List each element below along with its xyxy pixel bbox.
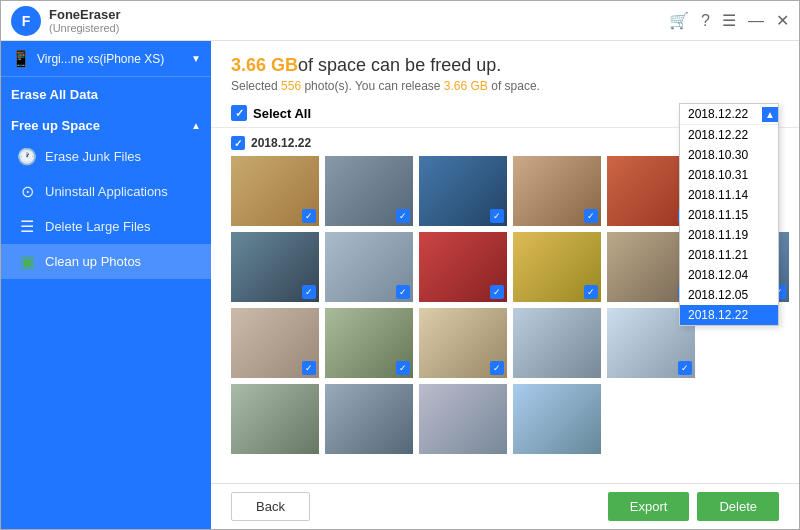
action-buttons: Export Delete: [608, 492, 779, 521]
file-icon: ☰: [17, 217, 37, 236]
minimize-icon[interactable]: —: [748, 12, 764, 30]
window-controls: 🛒 ? ☰ — ✕: [669, 11, 789, 30]
app-logo: F: [11, 6, 41, 36]
photo-thumb-2[interactable]: ✓: [325, 156, 413, 226]
sidebar-item-clean-photos[interactable]: ▣ Clean up Photos: [1, 244, 211, 279]
close-icon[interactable]: ✕: [776, 11, 789, 30]
main-layout: 📱 Virgi...ne xs(iPhone XS) ▼ Erase All D…: [1, 41, 799, 529]
photo-check-icon: ✓: [302, 361, 316, 375]
clock-icon: 🕐: [17, 147, 37, 166]
photo-thumb-15[interactable]: [513, 308, 601, 378]
chevron-down-icon: ▼: [191, 53, 201, 64]
app-subtitle: (Unregistered): [49, 22, 669, 34]
sidebar: 📱 Virgi...ne xs(iPhone XS) ▼ Erase All D…: [1, 41, 211, 529]
date-dropdown-menu: 2018.12.22 ▲ 2018.12.22 2018.10.30 2018.…: [679, 103, 779, 326]
delete-large-label: Delete Large Files: [45, 219, 151, 234]
uninstall-apps-label: Uninstall Applications: [45, 184, 168, 199]
date-option-3[interactable]: 2018.11.14: [680, 185, 778, 205]
select-all-label: Select All: [253, 106, 311, 121]
free-up-label: Free up Space: [11, 118, 100, 133]
sub-count: 556: [281, 79, 301, 93]
check-icon: ✓: [231, 105, 247, 121]
date-options-list: 2018.12.22 2018.10.30 2018.10.31 2018.11…: [680, 125, 778, 325]
date-option-5[interactable]: 2018.11.19: [680, 225, 778, 245]
app-title-group: FoneEraser (Unregistered): [49, 7, 669, 34]
photo-thumb-4[interactable]: ✓: [513, 156, 601, 226]
date-option-0[interactable]: 2018.12.22: [680, 125, 778, 145]
collapse-arrow-icon: ▲: [191, 120, 201, 131]
photo-check-icon: ✓: [302, 285, 316, 299]
bottom-bar: Back Export Delete: [211, 483, 799, 529]
select-all-checkbox[interactable]: ✓ Select All: [231, 105, 311, 121]
photo-thumb-8[interactable]: ✓: [419, 232, 507, 302]
cart-icon[interactable]: 🛒: [669, 11, 689, 30]
device-selector[interactable]: 📱 Virgi...ne xs(iPhone XS) ▼: [1, 41, 211, 77]
photo-thumb-20[interactable]: [513, 384, 601, 454]
date-option-8[interactable]: 2018.12.05: [680, 285, 778, 305]
sub-text-mid: photo(s). You can release: [301, 79, 444, 93]
photo-check-icon: ✓: [490, 209, 504, 223]
device-icon: 📱: [11, 49, 31, 68]
device-name: Virgi...ne xs(iPhone XS): [37, 52, 185, 66]
sidebar-free-up-space[interactable]: Free up Space ▲: [1, 108, 211, 139]
photo-check-icon: ✓: [490, 285, 504, 299]
app-name: FoneEraser: [49, 7, 669, 22]
content-area: 3.66 GBof space can be freed up. Selecte…: [211, 41, 799, 529]
app-window: F FoneEraser (Unregistered) 🛒 ? ☰ — ✕ 📱 …: [0, 0, 800, 530]
sub-text-end: of space.: [488, 79, 540, 93]
photo-thumb-12[interactable]: ✓: [231, 308, 319, 378]
date-option-9[interactable]: 2018.12.22: [680, 305, 778, 325]
erase-all-label: Erase All Data: [11, 87, 98, 102]
content-header: 3.66 GBof space can be freed up. Selecte…: [211, 41, 799, 99]
photo-check-icon: ✓: [302, 209, 316, 223]
date-option-6[interactable]: 2018.11.21: [680, 245, 778, 265]
photos-icon: ▣: [17, 252, 37, 271]
date-option-2[interactable]: 2018.10.31: [680, 165, 778, 185]
photo-thumb-9[interactable]: ✓: [513, 232, 601, 302]
photo-check-icon: ✓: [396, 209, 410, 223]
photo-check-icon: ✓: [396, 361, 410, 375]
date-option-1[interactable]: 2018.10.30: [680, 145, 778, 165]
menu-icon[interactable]: ☰: [722, 11, 736, 30]
date-group-label: 2018.12.22: [251, 136, 311, 150]
size-info: 3.66 GBof space can be freed up.: [231, 55, 779, 76]
back-button[interactable]: Back: [231, 492, 310, 521]
size-highlight: 3.66 GB: [231, 55, 298, 75]
photo-check-icon: ✓: [396, 285, 410, 299]
photo-check-icon: ✓: [584, 209, 598, 223]
titlebar: F FoneEraser (Unregistered) 🛒 ? ☰ — ✕: [1, 1, 799, 41]
date-dropdown-selected-display: 2018.12.22: [680, 104, 762, 124]
delete-button[interactable]: Delete: [697, 492, 779, 521]
photo-thumb-19[interactable]: [419, 384, 507, 454]
content-toolbar: ✓ Select All 2018.12.22 ▲ 2018.12.22 201…: [211, 99, 799, 128]
date-option-7[interactable]: 2018.12.04: [680, 265, 778, 285]
sub-size: 3.66 GB: [444, 79, 488, 93]
date-option-4[interactable]: 2018.11.15: [680, 205, 778, 225]
photo-check-icon: ✓: [490, 361, 504, 375]
sub-text-before: Selected: [231, 79, 281, 93]
photo-thumb-3[interactable]: ✓: [419, 156, 507, 226]
photo-thumb-17[interactable]: [231, 384, 319, 454]
photo-thumb-7[interactable]: ✓: [325, 232, 413, 302]
sidebar-item-uninstall-apps[interactable]: ⊙ Uninstall Applications: [1, 174, 211, 209]
date-scroll-up[interactable]: ▲: [762, 107, 778, 122]
sidebar-item-erase-junk[interactable]: 🕐 Erase Junk Files: [1, 139, 211, 174]
size-text-after: of space can be freed up.: [298, 55, 501, 75]
export-button[interactable]: Export: [608, 492, 690, 521]
photo-check-icon: ✓: [584, 285, 598, 299]
photo-thumb-18[interactable]: [325, 384, 413, 454]
size-info-sub: Selected 556 photo(s). You can release 3…: [231, 79, 779, 93]
apps-icon: ⊙: [17, 182, 37, 201]
help-icon[interactable]: ?: [701, 12, 710, 30]
photo-thumb-1[interactable]: ✓: [231, 156, 319, 226]
photo-thumb-14[interactable]: ✓: [419, 308, 507, 378]
photo-thumb-6[interactable]: ✓: [231, 232, 319, 302]
sidebar-item-delete-large[interactable]: ☰ Delete Large Files: [1, 209, 211, 244]
clean-photos-label: Clean up Photos: [45, 254, 141, 269]
photo-thumb-13[interactable]: ✓: [325, 308, 413, 378]
erase-junk-label: Erase Junk Files: [45, 149, 141, 164]
photo-check-icon: ✓: [678, 361, 692, 375]
sidebar-erase-all[interactable]: Erase All Data: [1, 77, 211, 108]
group-check-icon[interactable]: ✓: [231, 136, 245, 150]
photo-row-4: [231, 384, 779, 454]
